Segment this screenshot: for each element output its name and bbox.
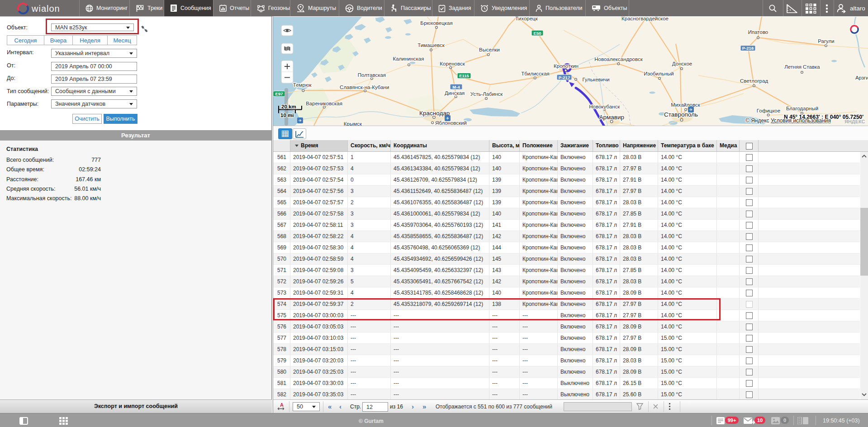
svg-text:Е50: Е50 (534, 31, 541, 36)
svg-text:20 km: 20 km (281, 104, 296, 109)
svg-text:10 mi: 10 mi (280, 113, 294, 118)
svg-text:Выселки: Выселки (479, 47, 500, 52)
svg-text:ЯНДЕКС: ЯНДЕКС (844, 119, 865, 124)
svg-text:Армавир: Армавир (599, 114, 624, 121)
svg-text:Изобильный: Изобильный (644, 71, 674, 76)
svg-text:✈: ✈ (689, 108, 693, 112)
svg-text:Е115: Е115 (459, 73, 469, 78)
svg-text:Брюховецкая: Брюховецкая (420, 20, 452, 26)
svg-text:М-4: М-4 (452, 84, 460, 89)
svg-text:Новоалександровск: Новоалександровск (594, 56, 643, 62)
svg-text:Славянск-на-Кубани: Славянск-на-Кубани (340, 84, 389, 90)
svg-text:Р-217: Р-217 (559, 75, 570, 80)
svg-text:Полтавская: Полтавская (358, 72, 386, 78)
svg-text:Темрюк: Темрюк (293, 82, 312, 88)
svg-text:Новокубанск: Новокубанск (589, 104, 620, 109)
svg-text:✈: ✈ (446, 116, 450, 121)
svg-text:Крымск: Крымск (344, 121, 362, 126)
svg-text:Летняя Ставка: Летняя Ставка (784, 64, 820, 70)
svg-text:Тбилисская: Тбилисская (521, 71, 550, 76)
svg-text:Благодарный: Благодарный (786, 106, 818, 111)
svg-text:Усть-Лабинск: Усть-Лабинск (470, 91, 503, 97)
svg-text:Кропоткин: Кропоткин (554, 63, 579, 69)
svg-text:Михайловск: Михайловск (671, 102, 700, 108)
svg-text:A: A (280, 402, 284, 408)
svg-text:Е97: Е97 (275, 91, 283, 96)
svg-text:Рагули: Рагули (818, 38, 835, 44)
svg-text:Варениковская: Варениковская (306, 101, 342, 106)
svg-text:Донское: Донское (672, 61, 692, 66)
svg-text:Кореновск: Кореновск (440, 61, 465, 66)
svg-text:Яблоновский: Яблоновский (435, 120, 467, 126)
svg-text:Динская: Динская (445, 90, 465, 96)
svg-text:Гофицкое: Гофицкое (757, 108, 780, 113)
svg-text:Гулькевичи: Гулькевичи (582, 77, 609, 82)
svg-text:Арзгир: Арзгир (855, 75, 868, 80)
svg-text:Калининская: Калининская (393, 56, 424, 61)
svg-text:Тихорецк: Тихорецк (515, 17, 538, 21)
svg-text:Ипатово: Ипатово (748, 29, 768, 35)
svg-text:✈: ✈ (299, 118, 302, 123)
svg-text:Красногвардейское: Красногвардейское (621, 17, 669, 21)
svg-text:Светлоград: Светлоград (740, 78, 768, 84)
svg-text:© Яндекс Условия использования: © Яндекс Условия использования (745, 117, 831, 124)
svg-text:Тимашевск: Тимашевск (417, 42, 445, 48)
svg-text:Р-216: Р-216 (742, 46, 754, 51)
